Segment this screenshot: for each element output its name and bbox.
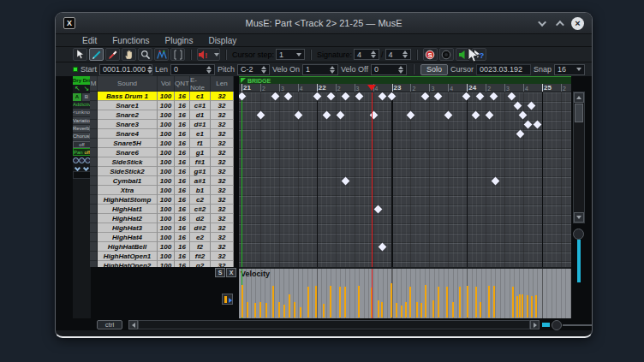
drum-note[interactable]	[406, 111, 414, 120]
mute-cell[interactable]	[90, 261, 98, 267]
velo-off-spinbox[interactable]: 0	[371, 64, 407, 75]
velocity-bar[interactable]	[378, 300, 379, 317]
drum-note[interactable]	[516, 130, 524, 139]
velocity-bar[interactable]	[420, 303, 422, 317]
send-chorus[interactable]: Chorusoff	[73, 132, 91, 139]
drum-note[interactable]	[475, 92, 484, 100]
velocity-bar[interactable]	[323, 304, 325, 317]
signature-numerator-spinbox[interactable]: 4	[354, 49, 379, 60]
horizontal-zoom-track[interactable]	[563, 324, 592, 326]
mute-cell[interactable]	[90, 148, 98, 157]
velocity-bar[interactable]	[475, 287, 477, 317]
velocity-bar[interactable]	[416, 302, 418, 317]
mute-cell[interactable]	[90, 205, 98, 214]
mute-cell[interactable]	[90, 120, 98, 129]
mute-cell[interactable]	[90, 157, 98, 167]
menu-functions[interactable]: Functions	[104, 36, 157, 45]
scroll-down-button[interactable]	[574, 212, 584, 223]
drum-row-snare3[interactable]: Snare310016d#132	[90, 120, 234, 129]
scroll-left-button[interactable]	[128, 320, 138, 329]
drum-note[interactable]	[513, 102, 522, 110]
drum-row-snare2[interactable]: Snare210016d132	[90, 110, 234, 120]
velocity-bar[interactable]	[278, 302, 280, 317]
timeline-ruler[interactable]: 21234222342323424234252	[239, 84, 571, 92]
drum-note[interactable]	[523, 121, 532, 129]
drum-note[interactable]	[462, 92, 470, 100]
instrument-label[interactable]: Addictive D	[73, 101, 91, 109]
drum-note[interactable]	[369, 111, 378, 120]
velocity-bar[interactable]	[480, 302, 481, 317]
col-header-e-note[interactable]: E-Note	[190, 76, 211, 91]
velocity-bar[interactable]	[339, 287, 341, 317]
chevron-down-icon[interactable]	[75, 164, 80, 170]
velocity-bar[interactable]	[300, 307, 301, 317]
drum-row-highhat2[interactable]: HighHat210016d232	[90, 214, 234, 223]
velocity-bar[interactable]	[467, 286, 468, 317]
drum-row-highhat4[interactable]: HighHat410016e232	[90, 233, 234, 242]
drum-row-sidestick[interactable]: SideStick10016f#132	[90, 157, 234, 167]
pan-control[interactable]: Pan off	[73, 148, 91, 156]
velocity-bar[interactable]	[283, 305, 285, 317]
menu-display[interactable]: Display	[200, 36, 244, 45]
mute-cell[interactable]	[90, 223, 98, 233]
pan-tool-button[interactable]	[122, 48, 136, 61]
pitch-spinbox[interactable]: C-2	[237, 64, 270, 75]
patch-label[interactable]: <unknown>	[73, 109, 91, 116]
velocity-bar[interactable]	[294, 302, 295, 317]
signature-denominator-spinbox[interactable]: 4	[385, 49, 411, 60]
velocity-bar[interactable]	[446, 287, 448, 317]
velocity-bar[interactable]	[254, 303, 256, 317]
pencil-tool-button[interactable]	[89, 48, 104, 61]
send-variation[interactable]: Variationoff	[73, 116, 91, 124]
vertical-scrollbar[interactable]	[573, 92, 585, 223]
drum-note[interactable]	[256, 111, 265, 120]
mute-cell[interactable]	[90, 129, 98, 139]
scroll-right-button[interactable]	[530, 320, 540, 329]
mute-cell[interactable]	[90, 101, 98, 110]
velocity-bar[interactable]	[247, 302, 248, 317]
velocity-bar[interactable]	[535, 295, 537, 317]
menu-edit[interactable]: Edit	[75, 36, 104, 45]
col-header-sound[interactable]: Sound	[98, 76, 158, 91]
mute-cell[interactable]	[90, 176, 98, 186]
drum-row-highhatbell[interactable]: HighHatBell10016f232	[90, 242, 234, 252]
ctrl-button[interactable]: ctrl	[97, 320, 122, 329]
velocity-bar[interactable]	[272, 286, 274, 317]
drum-note[interactable]	[271, 92, 279, 100]
vertical-zoom-knob[interactable]	[573, 228, 584, 240]
drum-row-snare6[interactable]: Snare610016g132	[90, 148, 234, 157]
scroll-up-button[interactable]	[574, 92, 584, 103]
route-out-icon[interactable]: ↘	[83, 85, 89, 93]
mute-cell[interactable]	[90, 139, 98, 148]
vertical-scrollbar-thumb[interactable]	[575, 104, 583, 122]
mute-cell[interactable]	[90, 195, 98, 205]
menu-plugins[interactable]: Plugins	[158, 36, 201, 45]
range-tool-button[interactable]	[170, 48, 185, 61]
col-header-qnt[interactable]: QNT	[175, 76, 190, 91]
mute-cell[interactable]	[90, 186, 98, 195]
drum-row-sidestick2[interactable]: SideStick210016g#132	[90, 167, 234, 176]
controller-select-icon[interactable]	[222, 294, 233, 305]
velocity-bar[interactable]	[516, 296, 518, 317]
midi-input-button[interactable]	[439, 48, 454, 61]
len-spinbox[interactable]: 0	[170, 64, 215, 75]
drum-row-xtra[interactable]: Xtra10016b132	[90, 186, 234, 195]
velocity-bar[interactable]	[531, 296, 533, 317]
drum-note[interactable]	[322, 111, 331, 120]
drum-row-highhat3[interactable]: HighHat310016d#232	[90, 223, 234, 233]
volume-off-button[interactable]: off	[73, 141, 91, 148]
mute-cell[interactable]	[90, 214, 98, 223]
drum-note[interactable]	[378, 92, 386, 100]
drum-row-cymbal1[interactable]: Cymbal110016a#132	[90, 176, 234, 186]
velocity-close-button[interactable]: X	[226, 268, 236, 277]
step-record-button[interactable]: S	[423, 48, 438, 61]
vertical-zoom-slider[interactable]	[577, 240, 581, 282]
velocity-bar[interactable]	[265, 303, 267, 317]
mute-cell[interactable]	[90, 252, 98, 261]
velocity-bar[interactable]	[493, 286, 495, 317]
drum-note[interactable]	[420, 92, 429, 100]
velocity-bar[interactable]	[512, 287, 514, 317]
drum-note[interactable]	[355, 92, 363, 100]
mute-cell[interactable]	[90, 167, 98, 176]
drum-note[interactable]	[527, 102, 535, 110]
